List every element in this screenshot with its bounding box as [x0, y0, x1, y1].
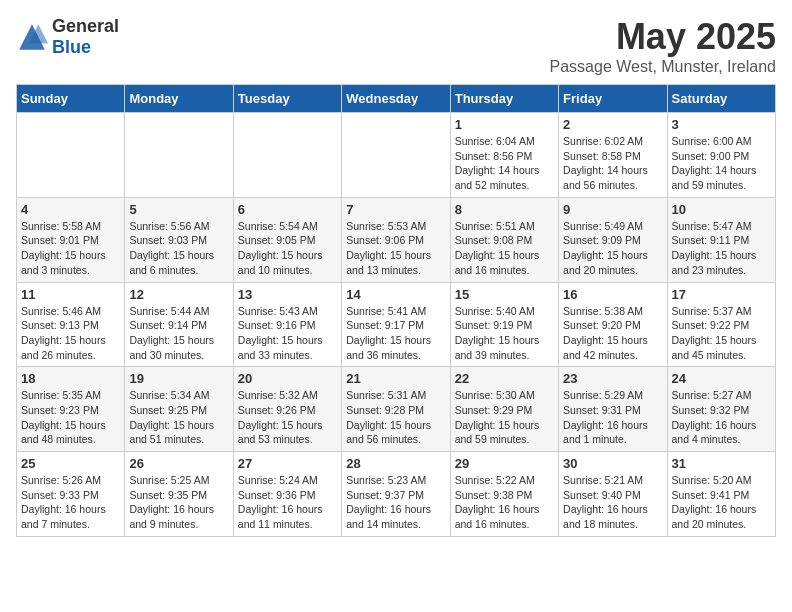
day-number: 12	[129, 287, 228, 302]
calendar-cell: 25Sunrise: 5:26 AMSunset: 9:33 PMDayligh…	[17, 452, 125, 537]
header-saturday: Saturday	[667, 85, 775, 113]
day-number: 3	[672, 117, 771, 132]
day-number: 27	[238, 456, 337, 471]
day-number: 8	[455, 202, 554, 217]
week-row-4: 18Sunrise: 5:35 AMSunset: 9:23 PMDayligh…	[17, 367, 776, 452]
week-row-3: 11Sunrise: 5:46 AMSunset: 9:13 PMDayligh…	[17, 282, 776, 367]
day-info: Sunrise: 5:35 AMSunset: 9:23 PMDaylight:…	[21, 388, 120, 447]
day-info: Sunrise: 5:44 AMSunset: 9:14 PMDaylight:…	[129, 304, 228, 363]
day-info: Sunrise: 5:23 AMSunset: 9:37 PMDaylight:…	[346, 473, 445, 532]
day-info: Sunrise: 5:26 AMSunset: 9:33 PMDaylight:…	[21, 473, 120, 532]
day-info: Sunrise: 5:51 AMSunset: 9:08 PMDaylight:…	[455, 219, 554, 278]
day-info: Sunrise: 5:41 AMSunset: 9:17 PMDaylight:…	[346, 304, 445, 363]
calendar-cell	[233, 113, 341, 198]
day-number: 28	[346, 456, 445, 471]
calendar-table: SundayMondayTuesdayWednesdayThursdayFrid…	[16, 84, 776, 537]
day-number: 17	[672, 287, 771, 302]
calendar-cell: 21Sunrise: 5:31 AMSunset: 9:28 PMDayligh…	[342, 367, 450, 452]
day-info: Sunrise: 5:25 AMSunset: 9:35 PMDaylight:…	[129, 473, 228, 532]
day-info: Sunrise: 6:00 AMSunset: 9:00 PMDaylight:…	[672, 134, 771, 193]
day-number: 29	[455, 456, 554, 471]
month-title: May 2025	[550, 16, 776, 58]
day-number: 21	[346, 371, 445, 386]
calendar-header-row: SundayMondayTuesdayWednesdayThursdayFrid…	[17, 85, 776, 113]
calendar-cell: 3Sunrise: 6:00 AMSunset: 9:00 PMDaylight…	[667, 113, 775, 198]
header-monday: Monday	[125, 85, 233, 113]
day-info: Sunrise: 5:24 AMSunset: 9:36 PMDaylight:…	[238, 473, 337, 532]
calendar-cell	[125, 113, 233, 198]
calendar-cell: 15Sunrise: 5:40 AMSunset: 9:19 PMDayligh…	[450, 282, 558, 367]
day-info: Sunrise: 5:22 AMSunset: 9:38 PMDaylight:…	[455, 473, 554, 532]
calendar-cell: 22Sunrise: 5:30 AMSunset: 9:29 PMDayligh…	[450, 367, 558, 452]
day-number: 10	[672, 202, 771, 217]
day-info: Sunrise: 5:53 AMSunset: 9:06 PMDaylight:…	[346, 219, 445, 278]
calendar-cell: 1Sunrise: 6:04 AMSunset: 8:56 PMDaylight…	[450, 113, 558, 198]
week-row-5: 25Sunrise: 5:26 AMSunset: 9:33 PMDayligh…	[17, 452, 776, 537]
day-number: 14	[346, 287, 445, 302]
week-row-1: 1Sunrise: 6:04 AMSunset: 8:56 PMDaylight…	[17, 113, 776, 198]
header-tuesday: Tuesday	[233, 85, 341, 113]
day-number: 6	[238, 202, 337, 217]
day-info: Sunrise: 6:02 AMSunset: 8:58 PMDaylight:…	[563, 134, 662, 193]
day-number: 23	[563, 371, 662, 386]
calendar-cell	[342, 113, 450, 198]
day-number: 15	[455, 287, 554, 302]
calendar-cell: 9Sunrise: 5:49 AMSunset: 9:09 PMDaylight…	[559, 197, 667, 282]
day-info: Sunrise: 5:38 AMSunset: 9:20 PMDaylight:…	[563, 304, 662, 363]
day-info: Sunrise: 5:40 AMSunset: 9:19 PMDaylight:…	[455, 304, 554, 363]
day-number: 30	[563, 456, 662, 471]
day-info: Sunrise: 5:27 AMSunset: 9:32 PMDaylight:…	[672, 388, 771, 447]
calendar-cell: 24Sunrise: 5:27 AMSunset: 9:32 PMDayligh…	[667, 367, 775, 452]
calendar-cell: 14Sunrise: 5:41 AMSunset: 9:17 PMDayligh…	[342, 282, 450, 367]
logo-general: General	[52, 16, 119, 37]
day-number: 24	[672, 371, 771, 386]
day-info: Sunrise: 5:31 AMSunset: 9:28 PMDaylight:…	[346, 388, 445, 447]
day-info: Sunrise: 6:04 AMSunset: 8:56 PMDaylight:…	[455, 134, 554, 193]
calendar-cell: 16Sunrise: 5:38 AMSunset: 9:20 PMDayligh…	[559, 282, 667, 367]
calendar-cell: 17Sunrise: 5:37 AMSunset: 9:22 PMDayligh…	[667, 282, 775, 367]
calendar-cell: 5Sunrise: 5:56 AMSunset: 9:03 PMDaylight…	[125, 197, 233, 282]
logo-icon	[16, 21, 48, 53]
calendar-cell: 4Sunrise: 5:58 AMSunset: 9:01 PMDaylight…	[17, 197, 125, 282]
day-info: Sunrise: 5:37 AMSunset: 9:22 PMDaylight:…	[672, 304, 771, 363]
calendar-cell: 13Sunrise: 5:43 AMSunset: 9:16 PMDayligh…	[233, 282, 341, 367]
header-thursday: Thursday	[450, 85, 558, 113]
day-info: Sunrise: 5:34 AMSunset: 9:25 PMDaylight:…	[129, 388, 228, 447]
day-number: 18	[21, 371, 120, 386]
logo: General Blue	[16, 16, 119, 58]
day-number: 4	[21, 202, 120, 217]
calendar-cell: 19Sunrise: 5:34 AMSunset: 9:25 PMDayligh…	[125, 367, 233, 452]
logo-text: General Blue	[52, 16, 119, 58]
calendar-cell: 10Sunrise: 5:47 AMSunset: 9:11 PMDayligh…	[667, 197, 775, 282]
day-number: 20	[238, 371, 337, 386]
day-info: Sunrise: 5:56 AMSunset: 9:03 PMDaylight:…	[129, 219, 228, 278]
header-sunday: Sunday	[17, 85, 125, 113]
day-number: 9	[563, 202, 662, 217]
day-info: Sunrise: 5:21 AMSunset: 9:40 PMDaylight:…	[563, 473, 662, 532]
day-number: 11	[21, 287, 120, 302]
day-number: 13	[238, 287, 337, 302]
day-number: 1	[455, 117, 554, 132]
calendar-cell: 18Sunrise: 5:35 AMSunset: 9:23 PMDayligh…	[17, 367, 125, 452]
page-header: General Blue May 2025 Passage West, Muns…	[16, 16, 776, 76]
logo-blue: Blue	[52, 37, 119, 58]
title-block: May 2025 Passage West, Munster, Ireland	[550, 16, 776, 76]
day-info: Sunrise: 5:46 AMSunset: 9:13 PMDaylight:…	[21, 304, 120, 363]
day-info: Sunrise: 5:58 AMSunset: 9:01 PMDaylight:…	[21, 219, 120, 278]
day-number: 25	[21, 456, 120, 471]
calendar-cell: 2Sunrise: 6:02 AMSunset: 8:58 PMDaylight…	[559, 113, 667, 198]
calendar-cell: 26Sunrise: 5:25 AMSunset: 9:35 PMDayligh…	[125, 452, 233, 537]
calendar-cell: 11Sunrise: 5:46 AMSunset: 9:13 PMDayligh…	[17, 282, 125, 367]
day-info: Sunrise: 5:43 AMSunset: 9:16 PMDaylight:…	[238, 304, 337, 363]
day-info: Sunrise: 5:32 AMSunset: 9:26 PMDaylight:…	[238, 388, 337, 447]
day-number: 7	[346, 202, 445, 217]
calendar-cell: 30Sunrise: 5:21 AMSunset: 9:40 PMDayligh…	[559, 452, 667, 537]
calendar-cell: 29Sunrise: 5:22 AMSunset: 9:38 PMDayligh…	[450, 452, 558, 537]
day-number: 26	[129, 456, 228, 471]
calendar-cell: 27Sunrise: 5:24 AMSunset: 9:36 PMDayligh…	[233, 452, 341, 537]
day-number: 22	[455, 371, 554, 386]
day-info: Sunrise: 5:20 AMSunset: 9:41 PMDaylight:…	[672, 473, 771, 532]
calendar-cell	[17, 113, 125, 198]
header-friday: Friday	[559, 85, 667, 113]
day-number: 2	[563, 117, 662, 132]
